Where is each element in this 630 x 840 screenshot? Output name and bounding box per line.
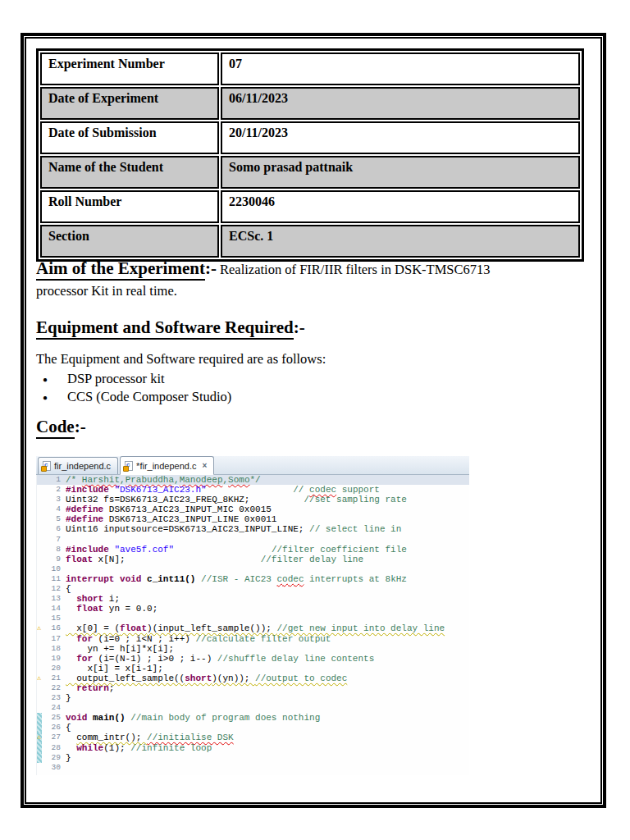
c-file-icon: c [43, 461, 51, 471]
code-text: return; [66, 683, 469, 693]
gutter-icon-slot [37, 574, 46, 584]
line-number: 28 [46, 743, 61, 753]
code-text: for (i=0 ; i<N ; i++) //calculate filter… [66, 634, 469, 644]
code-text: #define DSK6713_AIC23_INPUT_LINE 0x0011 [66, 514, 469, 524]
code-text [66, 763, 469, 773]
line-number: 20 [46, 664, 61, 673]
warning-icon: ⚠ [37, 623, 46, 633]
gutter-icon-slot [37, 535, 46, 545]
list-item-text: DSP processor kit [67, 371, 165, 387]
code-text: short i; [66, 594, 469, 604]
code-text [66, 614, 469, 623]
gutter-icon-slot [37, 524, 46, 534]
code-line: 11interrupt void c_int11() //ISR - AIC23… [37, 574, 469, 584]
code-text: /* Harshit,Prabuddha,Manodeep,Somo*/ [66, 475, 469, 485]
code-line: 3Uint32 fs=DSK6713_AIC23_FREQ_8KHZ; //se… [37, 495, 469, 504]
editor-tab-label: fir_independ.c [54, 461, 111, 471]
gutter-icon-slot [37, 564, 46, 574]
table-label-cell: Section [40, 225, 219, 258]
code-text: x[i] = x[i-1]; [66, 664, 469, 673]
gutter-icon-slot [37, 584, 46, 594]
line-number: 3 [46, 495, 61, 504]
code-text: x[0] = (float)(input_left_sample()); //g… [66, 623, 469, 633]
editor-tab[interactable]: cfir_independ.c [38, 457, 118, 474]
document-page: { "page": {"background": "#ffffff", "bor… [0, 0, 630, 840]
equipment-section-heading: Equipment and Software Required:- [36, 317, 571, 338]
code-text: #define DSK6713_AIC23_INPUT_MIC 0x0015 [66, 504, 469, 514]
code-line: 20 x[i] = x[i-1]; [37, 664, 469, 673]
line-number: 7 [46, 535, 61, 545]
file-icon-warning-overlay [41, 466, 47, 472]
gutter-icon-slot [37, 545, 46, 555]
aim-heading: Aim of the Experiment:- [36, 258, 217, 281]
code-text: { [66, 584, 469, 594]
table-value-cell: Somo prasad pattnaik [221, 156, 580, 189]
line-number: 27 [46, 733, 61, 742]
line-number: 25 [46, 713, 61, 723]
code-line: 1/* Harshit,Prabuddha,Manodeep,Somo*/ [37, 475, 469, 485]
line-number: 15 [46, 614, 61, 623]
code-text: } [66, 693, 469, 703]
gutter-icon-slot [37, 654, 46, 664]
line-number: 12 [46, 584, 61, 594]
code-editor-screenshot: cfir_independ.cc*fir_independ.c× 1/* Har… [36, 456, 469, 775]
code-text: #include "ave5f.cof" //filter coefficien… [66, 545, 469, 555]
table-value-cell: 06/11/2023 [221, 87, 580, 120]
code-line: 9float x[N]; //filter delay line [37, 555, 469, 564]
list-item-text: CCS (Code Composer Studio) [67, 389, 231, 405]
table-label-cell: Experiment Number [40, 52, 219, 85]
code-text: for (i=(N-1) ; i>0 ; i--) //shuffle dela… [66, 654, 469, 664]
equipment-intro: The Equipment and Software required are … [36, 351, 571, 368]
aim-text: Realization of FIR/IIR filters in DSK-TM… [217, 262, 491, 277]
table-row: Date of Submission20/11/2023 [40, 121, 580, 154]
file-icon-warning-overlay [123, 466, 129, 472]
code-line: 15 [37, 614, 469, 623]
gutter-icon-slot [37, 495, 46, 504]
equipment-heading-text: Equipment and Software Required [36, 317, 294, 340]
code-text: yn += h[i]*x[i]; [66, 644, 469, 654]
code-line: 13 short i; [37, 594, 469, 604]
gutter-icon-slot [37, 614, 46, 623]
gutter-icon-slot [37, 475, 46, 485]
gutter-icon-slot [37, 723, 46, 733]
code-heading: Code:- [36, 417, 86, 439]
code-line: 10 [37, 564, 469, 574]
table-value-cell: 2230046 [221, 190, 580, 223]
code-section-heading: Code:- [36, 417, 571, 437]
code-line: 2#include "DSK6713_AIC23.h" // codec sup… [37, 485, 469, 495]
line-number: 6 [46, 524, 61, 534]
code-text [66, 564, 469, 574]
code-text: comm_intr(); //initialise DSK [66, 733, 469, 742]
line-number: 17 [46, 634, 61, 644]
code-line: 30 [37, 763, 469, 773]
code-text: float yn = 0.0; [66, 604, 469, 614]
equipment-heading: Equipment and Software Required:- [36, 317, 305, 340]
code-heading-text: Code [36, 417, 75, 439]
gutter-icon-slot [37, 664, 46, 673]
table-label-cell: Name of the Student [40, 156, 219, 189]
aim-text-line2: processor Kit in real time. [36, 283, 571, 299]
code-line: 14 float yn = 0.0; [37, 604, 469, 614]
code-line: 8#include "ave5f.cof" //filter coefficie… [37, 545, 469, 555]
line-number: 30 [46, 763, 61, 773]
editor-tab[interactable]: c*fir_independ.c× [120, 456, 214, 475]
line-number: 29 [46, 753, 61, 763]
code-area[interactable]: 1/* Harshit,Prabuddha,Manodeep,Somo*/2#i… [36, 475, 469, 775]
gutter-icon-slot [37, 703, 46, 713]
table-row: Name of the StudentSomo prasad pattnaik [40, 156, 580, 189]
gutter-icon-slot [37, 644, 46, 654]
info-table-body: Experiment Number07Date of Experiment06/… [40, 52, 580, 258]
code-line: 12{ [37, 584, 469, 594]
close-icon[interactable]: × [203, 461, 208, 470]
line-number: 10 [46, 564, 61, 574]
bullet-icon: ● [43, 393, 54, 402]
table-value-cell: ECSc. 1 [221, 225, 580, 258]
line-number: 4 [46, 504, 61, 514]
code-line: 29} [37, 753, 469, 763]
line-number: 26 [46, 723, 61, 733]
code-text: Uint16 inputsource=DSK6713_AIC23_INPUT_L… [66, 524, 469, 534]
code-line: ⚠16 x[0] = (float)(input_left_sample());… [37, 623, 469, 633]
code-text: float x[N]; //filter delay line [66, 555, 469, 564]
gutter-icon-slot [37, 555, 46, 564]
gutter-icon-slot [37, 713, 46, 723]
